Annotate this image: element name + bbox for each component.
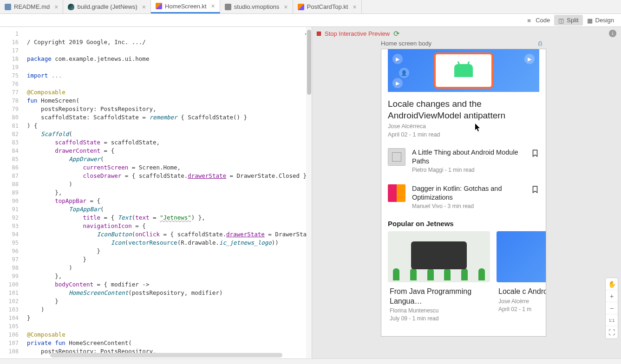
play-icon: ▶ — [524, 54, 535, 64]
hero-post-meta: April 02 - 1 min read — [388, 131, 539, 138]
pan-tool-button[interactable]: ✋ — [606, 278, 618, 290]
text-file-icon — [225, 4, 231, 10]
card-image — [388, 231, 490, 282]
card-meta: April 02 - 1 m — [498, 306, 546, 312]
line-gutter: 1161718197576777879808182838485868788899… — [0, 27, 22, 358]
close-icon[interactable]: × — [353, 3, 356, 11]
tab-postcardtop-kt[interactable]: PostCardTop.kt× — [293, 0, 362, 13]
card-image — [497, 231, 546, 282]
card-author: Florina Muntenescu — [390, 307, 488, 314]
post-title: A Little Thing about Android Module Path… — [412, 148, 524, 166]
tab-readme[interactable]: README.md× — [0, 0, 63, 13]
code-view-icon: ≡ — [527, 17, 534, 24]
tab-label: studio.vmoptions — [234, 3, 280, 10]
zoom-reset-button[interactable]: 1:1 — [606, 314, 618, 326]
hero-post[interactable]: Locale changes and the AndroidViewModel … — [381, 92, 546, 143]
post-title: Dagger in Kotlin: Gotchas and Optimizati… — [412, 184, 524, 202]
stop-icon[interactable] — [317, 32, 321, 36]
popular-card[interactable]: From Java Programming Langua… Florina Mu… — [388, 231, 490, 327]
android-logo-icon — [454, 64, 473, 77]
kotlin-file-icon — [156, 3, 162, 9]
vertical-scrollbar-track[interactable] — [306, 27, 312, 358]
post-meta: Pietro Maggi - 1 min read — [412, 167, 524, 173]
design-view-icon: ▦ — [587, 17, 594, 24]
kotlin-file-icon — [298, 4, 304, 10]
hero-post-author: Jose Alcérreca — [388, 123, 539, 130]
compose-preview-pane: Stop Interactive Preview ⟳ i Home screen… — [312, 27, 621, 358]
play-icon: ▶ — [392, 78, 403, 88]
card-title: From Java Programming Langua… — [390, 287, 488, 306]
view-split-button[interactable]: ◫Split — [554, 15, 582, 26]
tab-homescreen-kt[interactable]: HomeScreen.kt× — [151, 0, 220, 13]
post-meta: Manuel Vivo - 3 min read — [412, 203, 524, 209]
tab-label: build.gradle (JetNews) — [77, 3, 137, 10]
tab-label: HomeScreen.kt — [165, 3, 207, 10]
zoom-out-button[interactable]: − — [606, 302, 618, 314]
preview-toolbar: Stop Interactive Preview ⟳ i — [312, 27, 621, 40]
device-config-icon[interactable]: ⎙ — [538, 40, 542, 47]
split-view-icon: ◫ — [558, 17, 565, 24]
card-title: Locale c Android — [498, 287, 546, 297]
close-icon[interactable]: × — [284, 3, 288, 11]
stop-interactive-preview-button[interactable]: Stop Interactive Preview — [325, 30, 390, 37]
preview-device-frame[interactable]: ▶ 👤 ▶ ▶ Locale changes and the AndroidVi… — [381, 49, 546, 337]
person-icon: 👤 — [399, 68, 409, 78]
list-post-item[interactable]: Dagger in Kotlin: Gotchas and Optimizati… — [381, 179, 546, 215]
editor-tabs-bar: README.md× build.gradle (JetNews)× HomeS… — [0, 0, 621, 14]
close-icon[interactable]: × — [142, 3, 146, 11]
play-icon: ▶ — [392, 54, 403, 64]
close-icon[interactable]: × — [211, 2, 215, 10]
popular-card[interactable]: Locale c Android Jose Alcérre April 02 -… — [497, 231, 546, 327]
view-code-button[interactable]: ≡Code — [523, 15, 554, 26]
zoom-in-button[interactable]: + — [606, 290, 618, 302]
list-post-item[interactable]: A Little Thing about Android Module Path… — [381, 143, 546, 179]
horizontal-scrollbar[interactable] — [50, 353, 282, 358]
info-icon[interactable]: i — [609, 30, 616, 37]
tab-build-gradle[interactable]: build.gradle (JetNews)× — [63, 0, 151, 13]
zoom-fit-button[interactable]: ⛶ — [606, 326, 618, 338]
code-area[interactable]: ✔/ Copyright 2019 Google, Inc. .../ pack… — [22, 27, 312, 358]
hero-image: ▶ 👤 ▶ ▶ — [388, 49, 539, 92]
refresh-icon[interactable]: ⟳ — [393, 29, 399, 38]
popular-cards-row[interactable]: From Java Programming Langua… Florina Mu… — [381, 231, 546, 327]
tab-label: PostCardTop.kt — [307, 3, 348, 10]
bookmark-icon[interactable] — [531, 184, 539, 196]
view-design-button[interactable]: ▦Design — [583, 15, 618, 26]
main-split: 1161718197576777879808182838485868788899… — [0, 27, 621, 358]
card-author: Jose Alcérre — [498, 298, 546, 305]
hero-post-title: Locale changes and the AndroidViewModel … — [388, 98, 539, 121]
close-icon[interactable]: × — [54, 3, 58, 11]
card-meta: July 09 - 1 min read — [390, 315, 488, 322]
preview-device-label: Home screen body ⎙ — [312, 40, 621, 49]
tab-label: README.md — [14, 3, 50, 10]
preview-zoom-toolbox: ✋ + − 1:1 ⛶ — [605, 278, 618, 339]
vertical-scrollbar-thumb[interactable] — [307, 30, 311, 95]
post-thumbnail — [388, 148, 405, 166]
bookmark-icon[interactable] — [531, 148, 539, 160]
post-thumbnail — [388, 184, 405, 202]
status-bar — [0, 358, 621, 364]
code-editor-pane: 1161718197576777879808182838485868788899… — [0, 27, 312, 358]
markdown-file-icon — [5, 4, 11, 10]
section-header: Popular on Jetnews — [381, 215, 546, 231]
view-mode-bar: ≡Code ◫Split ▦Design — [0, 14, 621, 27]
tab-studio-vmoptions[interactable]: studio.vmoptions× — [220, 0, 293, 13]
gradle-file-icon — [68, 4, 74, 10]
